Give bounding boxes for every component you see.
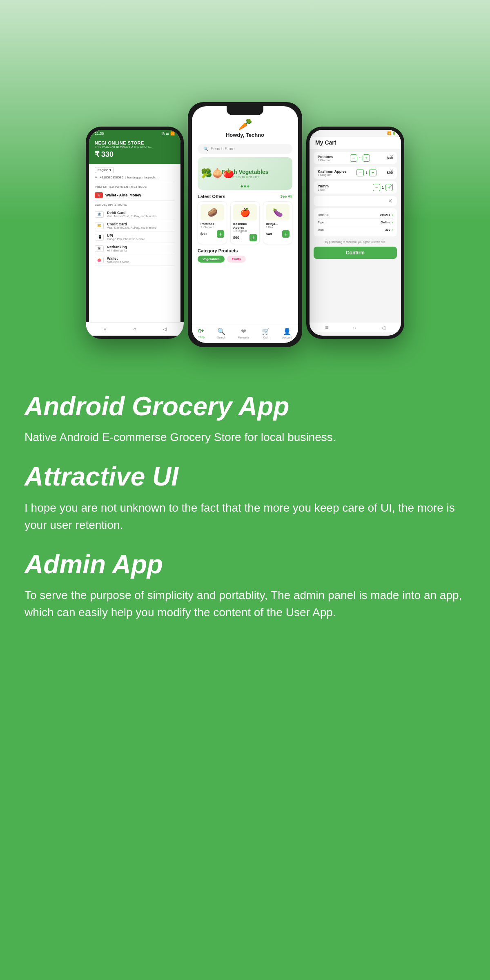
payment-type-row: Type Online › (318, 219, 393, 226)
decrease-apples-btn[interactable]: − (356, 169, 364, 176)
payment-option-wallet[interactable]: 👛 Wallet Mobikwik & More (95, 254, 175, 266)
tab-vegetables[interactable]: Vegetables (198, 256, 225, 263)
status-bar-left: 21:30 ◎ ☰ 📶 (89, 130, 180, 137)
section1-body: Native Android E-commerse Grocery Store … (24, 429, 466, 446)
payment-option-upi[interactable]: 📲 UPI Google Pay, PhonePe & more (95, 232, 175, 243)
phone-center-inner: 🥕 Howdy, Techno 🔍 Search Store 🥦🧅🍅 Fresh… (192, 106, 298, 343)
section2-body: I hope you are not unknown to the fact t… (24, 499, 466, 534)
nav-back-icon: ◁ (160, 325, 169, 333)
nav-shop[interactable]: 🛍 Shop (198, 327, 205, 339)
carrot-icon: 🥕 (238, 118, 252, 131)
payment-header: NEGI ONLINE STORE THIS PAYMENT ID MADE T… (89, 137, 180, 164)
phone-left-inner: 21:30 ◎ ☰ 📶 NEGI ONLINE STORE THIS PAYME… (89, 130, 180, 336)
contact-row: ✏ +918585858585 | huntinggamingtech... (95, 176, 175, 182)
dot-1 (241, 185, 243, 187)
debit-icon: 🏦 (95, 211, 104, 218)
banner-veggies: 🥦🧅🍅 (201, 168, 234, 179)
cart-item-yumm: Yumm 1 Unit − 1 + ✕ (314, 181, 397, 194)
payment-option-netbanking[interactable]: 🏛 Netbanking All Indian banks (95, 243, 175, 254)
latest-offers-header: Latest Offers See All (192, 194, 298, 201)
netbanking-icon: 🏛 (95, 245, 104, 252)
store-name: NEGI ONLINE STORE (95, 140, 175, 145)
cart-icon: 🛒 (262, 327, 270, 335)
section3-heading: Admin App (24, 550, 466, 579)
preferred-method: W Wallet - Airtel Money (95, 190, 175, 201)
order-id-row: Order ID 249201 › (318, 212, 393, 219)
cards-label: CARDS, UPI & MORE (95, 203, 175, 206)
right-nav-home: ○ (353, 324, 356, 331)
product-apples: 🍎 Kashmiri Apples 1 Kilogram $90 + (230, 201, 260, 244)
search-nav-icon: 🔍 (217, 327, 225, 335)
right-bottom-nav: ≡ ○ ◁ (310, 323, 401, 332)
phone-right: 📶 🔋 My Cart Potatoes 1 Kilogram − 1 + (306, 127, 404, 339)
order-summary: Order ID 249201 › Type Online › Total 33… (314, 208, 397, 236)
terms-text: By proceeding to checkout, you agree to … (310, 239, 401, 245)
payment-body: English ▾ ✏ +918585858585 | huntinggamin… (89, 164, 180, 269)
content-section: Android Grocery App Native Android E-com… (0, 368, 490, 654)
add-potatoes-btn[interactable]: + (217, 230, 224, 238)
increase-qty-btn[interactable]: + (363, 154, 370, 162)
category-tabs: Vegetables Fruits (192, 256, 298, 263)
cart-item-apples: Kashmiri Apples 1 Kilogram − 1 + $90 ✕ (314, 167, 397, 179)
right-nav-menu: ≡ (325, 324, 328, 331)
section1-heading: Android Grocery App (24, 392, 466, 421)
category-title: Category Products (192, 248, 298, 256)
phone-left: 21:30 ◎ ☰ 📶 NEGI ONLINE STORE THIS PAYME… (86, 127, 184, 339)
decrease-yumm-btn[interactable]: − (373, 184, 380, 191)
language-select[interactable]: English ▾ (95, 167, 114, 173)
wallet-icon: W (95, 192, 103, 198)
payment-sub: THIS PAYMENT ID MADE TO THE GROFE... (95, 145, 175, 148)
section3-body: To serve the purpose of simplicity and p… (24, 587, 466, 621)
nav-menu-icon: ≡ (101, 325, 109, 333)
confirm-button[interactable]: Confirm (314, 247, 397, 259)
potatoes-img: 🥔 (200, 204, 224, 220)
phone-center: 🥕 Howdy, Techno 🔍 Search Store 🥦🧅🍅 Fresh… (188, 102, 302, 347)
see-all-link[interactable]: See All (280, 194, 292, 198)
remove-potatoes-btn[interactable]: ✕ (390, 154, 394, 159)
phones-container: 21:30 ◎ ☰ 📶 NEGI ONLINE STORE THIS PAYME… (86, 45, 404, 355)
tab-fruits[interactable]: Fruits (227, 256, 246, 263)
add-apples-btn[interactable]: + (249, 234, 257, 241)
remove-apples-btn[interactable]: ✕ (390, 168, 394, 174)
search-icon: 🔍 (203, 147, 208, 151)
right-nav-back: ◁ (381, 324, 385, 331)
close-overlay-btn[interactable]: ✕ (388, 198, 393, 204)
heart-icon: ❤ (241, 327, 246, 335)
ewallet-icon: 👛 (95, 257, 104, 263)
nav-favourite[interactable]: ❤ Favourite (238, 327, 249, 339)
section2-heading: Attractive UI (24, 462, 466, 491)
promo-banner: 🥦🧅🍅 Fresh Vegetables Get Up To 40% OFF (198, 157, 292, 190)
dot-3 (247, 185, 249, 187)
products-row: 🥔 Potatoes 1 Kilogram $30 + 🍎 Kashmiri A… (192, 201, 298, 248)
status-bar-right: 📶 🔋 (310, 130, 401, 137)
apples-img: 🍎 (233, 204, 257, 220)
shop-icon: 🛍 (198, 327, 205, 335)
payment-option-debit[interactable]: 🏦 Debit Card Visa, MasterCard, RuPay, an… (95, 209, 175, 220)
decrease-qty-btn[interactable]: − (350, 154, 357, 162)
account-icon: 👤 (283, 327, 291, 335)
dot-2 (244, 185, 246, 187)
add-brinjal-btn[interactable]: + (282, 230, 290, 238)
phone-right-inner: 📶 🔋 My Cart Potatoes 1 Kilogram − 1 + (310, 130, 401, 336)
product-potatoes: 🥔 Potatoes 1 Kilogram $30 + (198, 201, 227, 244)
credit-icon: 💳 (95, 223, 104, 229)
cart-header: My Cart (310, 137, 401, 149)
nav-cart[interactable]: 🛒 Cart (262, 327, 270, 339)
total-row: Total 330 › (318, 226, 393, 233)
cart-item-potatoes: Potatoes 1 Kilogram − 1 + $30 ✕ (314, 152, 397, 164)
search-bar[interactable]: 🔍 Search Store (198, 144, 292, 154)
nav-account[interactable]: 👤 Account (282, 327, 292, 339)
phone-notch (227, 106, 263, 115)
hero-section: 21:30 ◎ ☰ 📶 NEGI ONLINE STORE THIS PAYME… (0, 0, 490, 368)
upi-icon: 📲 (95, 234, 104, 241)
increase-apples-btn[interactable]: + (369, 169, 376, 176)
nav-search[interactable]: 🔍 Search (217, 327, 226, 339)
remove-yumm-btn[interactable]: ✕ (390, 183, 394, 189)
payment-option-credit[interactable]: 💳 Credit Card Visa, MasterCard, RuPay, a… (95, 220, 175, 232)
banner-dots (241, 185, 249, 187)
preferred-label: PREFERRED PAYMENT METHODS (95, 185, 175, 188)
payment-amount: ₹ 330 (95, 150, 175, 159)
nav-home-icon: ○ (131, 325, 139, 333)
product-brinjal: 🍆 Brinja... 1 Kilo... $49 + (263, 201, 292, 244)
greeting: Howdy, Techno (226, 132, 264, 138)
